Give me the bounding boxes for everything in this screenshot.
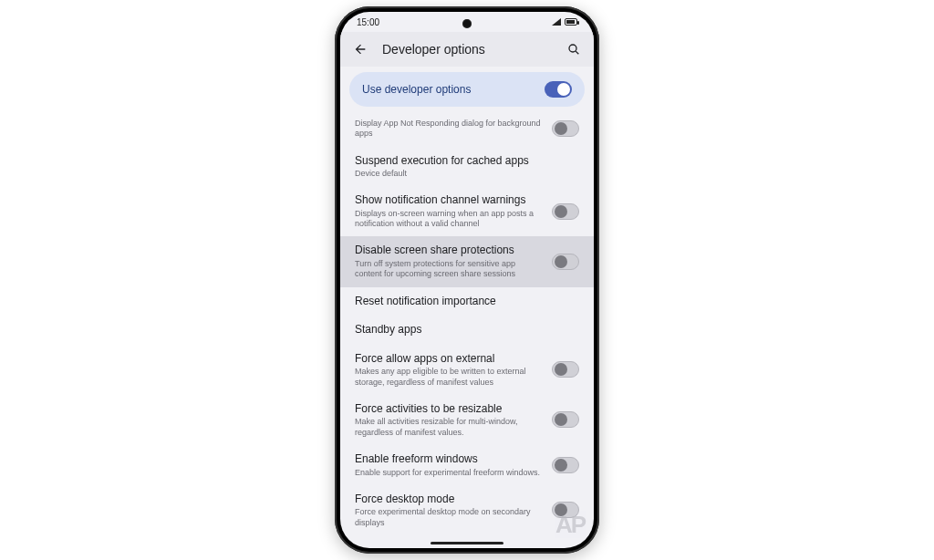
setting-freeform[interactable]: Enable freeform windows Enable support f… bbox=[340, 445, 594, 485]
screen: 15:00 Developer options Use developer op… bbox=[340, 12, 594, 548]
setting-subtitle: Make all activities resizable for multi-… bbox=[355, 417, 541, 438]
setting-subtitle: Device default bbox=[355, 169, 579, 179]
setting-suspend[interactable]: Suspend execution for cached apps Device… bbox=[340, 147, 594, 187]
setting-title: Enable freeform windows bbox=[355, 452, 541, 467]
setting-subtitle: Makes any app eligible to be written to … bbox=[355, 367, 541, 388]
setting-reset-notif[interactable]: Reset notification importance bbox=[340, 287, 594, 316]
status-bar: 15:00 bbox=[340, 12, 594, 32]
svg-point-0 bbox=[569, 45, 576, 52]
setting-title: Suspend execution for cached apps bbox=[355, 154, 579, 169]
setting-force-resize[interactable]: Force activities to be resizable Make al… bbox=[340, 395, 594, 445]
toggle-switch[interactable] bbox=[552, 411, 579, 428]
setting-title: Standby apps bbox=[355, 323, 579, 337]
setting-subtitle: Displays on-screen warning when an app p… bbox=[355, 209, 541, 230]
master-toggle-row[interactable]: Use developer options bbox=[349, 72, 585, 107]
settings-list[interactable]: Display App Not Responding dialog for ba… bbox=[340, 107, 594, 548]
setting-subtitle: Force experimental desktop mode on secon… bbox=[355, 507, 541, 528]
battery-icon bbox=[565, 18, 577, 26]
setting-title: Force desktop mode bbox=[355, 493, 541, 507]
toggle-switch[interactable] bbox=[552, 457, 579, 473]
setting-screenshare[interactable]: Disable screen share protections Turn of… bbox=[340, 236, 594, 286]
svg-line-1 bbox=[576, 51, 578, 54]
back-button[interactable] bbox=[353, 42, 369, 57]
app-bar: Developer options bbox=[340, 32, 594, 67]
setting-channel-warn[interactable]: Show notification channel warnings Displ… bbox=[340, 186, 594, 236]
gesture-nav-bar[interactable] bbox=[431, 542, 503, 544]
setting-anr[interactable]: Display App Not Responding dialog for ba… bbox=[340, 110, 594, 147]
setting-standby[interactable]: Standby apps bbox=[340, 316, 594, 345]
setting-desktop[interactable]: Force desktop mode Force experimental de… bbox=[340, 485, 594, 535]
toggle-switch[interactable] bbox=[552, 254, 579, 270]
status-indicators bbox=[552, 18, 577, 26]
setting-subtitle: Display App Not Responding dialog for ba… bbox=[355, 119, 541, 140]
setting-title: Disable screen share protections bbox=[355, 244, 541, 258]
search-button[interactable] bbox=[565, 42, 581, 57]
setting-force-ext[interactable]: Force allow apps on external Makes any a… bbox=[340, 345, 594, 395]
toggle-switch[interactable] bbox=[552, 203, 579, 220]
status-time: 15:00 bbox=[357, 17, 379, 27]
search-icon bbox=[566, 42, 581, 57]
master-toggle-switch[interactable] bbox=[545, 81, 572, 98]
toggle-switch[interactable] bbox=[552, 120, 579, 137]
toggle-switch[interactable] bbox=[552, 361, 579, 378]
setting-subtitle: Enable support for experimental freeform… bbox=[355, 468, 541, 478]
setting-title: Show notification channel warnings bbox=[355, 193, 541, 208]
setting-title: Force allow apps on external bbox=[355, 352, 541, 367]
toggle-switch[interactable] bbox=[552, 502, 579, 518]
arrow-left-icon bbox=[353, 42, 368, 57]
phone-frame: 15:00 Developer options Use developer op… bbox=[335, 6, 599, 554]
setting-subtitle: Turn off system protections for sensitiv… bbox=[355, 259, 541, 280]
setting-title: Reset notification importance bbox=[355, 295, 579, 309]
page-title: Developer options bbox=[382, 42, 552, 57]
setting-title: Force activities to be resizable bbox=[355, 402, 541, 417]
master-toggle-label: Use developer options bbox=[362, 83, 471, 96]
signal-icon bbox=[552, 18, 561, 26]
